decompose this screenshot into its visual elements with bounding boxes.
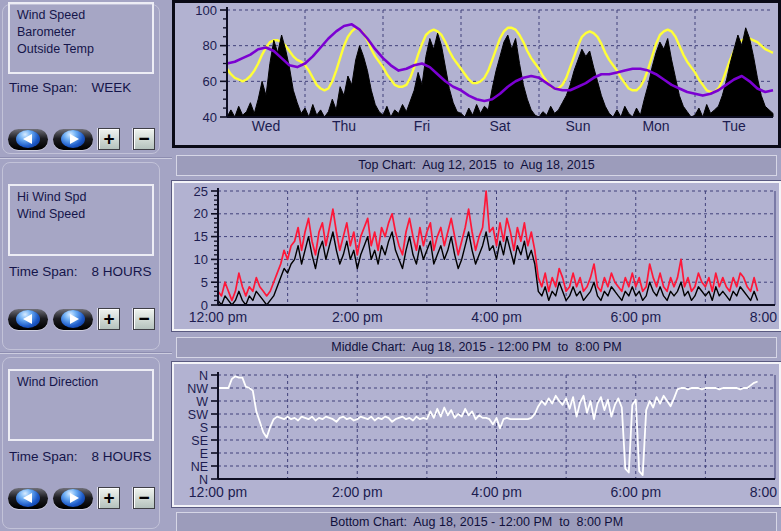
y-tick-label: 100 xyxy=(195,3,217,18)
time-span-label: Time Span: xyxy=(9,264,78,279)
y-tick-label: 25 xyxy=(194,184,208,199)
x-tick-label: 12:00 pm xyxy=(189,484,247,500)
right-arrow-icon xyxy=(61,130,85,148)
x-tick-label: 4:00 pm xyxy=(471,484,522,500)
x-tick-label: 2:00 pm xyxy=(332,309,383,325)
y-tick-label: NW xyxy=(187,382,208,396)
left-arrow-icon xyxy=(16,489,40,507)
panel-top-chart-controls: Wind Speed Barometer Outside Temp Time S… xyxy=(0,0,172,157)
left-arrow-icon xyxy=(16,310,40,328)
y-tick-label: SW xyxy=(188,408,208,422)
x-tick-label: Mon xyxy=(642,118,669,134)
y-tick-label: S xyxy=(200,421,208,435)
scroll-left-button[interactable] xyxy=(8,309,48,330)
list-item-hi-wind-spd[interactable]: Hi Wind Spd xyxy=(10,189,152,206)
zoom-out-button[interactable]: − xyxy=(133,487,155,509)
y-tick-label: 5 xyxy=(201,275,208,290)
x-tick-label: 12:00 pm xyxy=(189,309,247,325)
time-span-value: WEEK xyxy=(92,80,132,95)
y-tick-label: SE xyxy=(191,434,208,448)
bottom-chart: NNWWSWSSEENEN12:00 pm2:00 pm4:00 pm6:00 … xyxy=(172,362,781,507)
x-tick-label: Tue xyxy=(722,118,746,134)
y-tick-label: N xyxy=(199,369,208,383)
panel-middle-chart-controls: Hi Wind Spd Wind Speed Time Span:8 HOURS… xyxy=(0,157,172,353)
x-tick-label: 6:00 pm xyxy=(610,309,661,325)
x-tick-label: Fri xyxy=(414,118,430,134)
time-span-row: Time Span:8 HOURS xyxy=(9,449,152,464)
middle-chart: 252015105012:00 pm2:00 pm4:00 pm6:00 pm8… xyxy=(172,181,781,331)
time-span-row: Time Span:8 HOURS xyxy=(9,264,152,279)
scroll-right-button[interactable] xyxy=(53,488,93,509)
x-tick-label: 4:00 pm xyxy=(471,309,522,325)
left-arrow-icon xyxy=(16,130,40,148)
y-tick-label: W xyxy=(196,395,208,409)
middle-chart-canvas: 252015105012:00 pm2:00 pm4:00 pm6:00 pm8… xyxy=(174,183,779,329)
weather-graphs-window: Wind Speed Barometer Outside Temp Time S… xyxy=(0,0,781,531)
series-wind-direction xyxy=(218,376,758,475)
scroll-right-button[interactable] xyxy=(53,129,93,150)
x-tick-label: 8:00 pm xyxy=(750,309,779,325)
list-item-outside-temp[interactable]: Outside Temp xyxy=(10,41,152,58)
middle-chart-caption: Middle Chart: Aug 18, 2015 - 12:00 PM to… xyxy=(176,337,777,358)
list-item-wind-speed[interactable]: Wind Speed xyxy=(10,206,152,223)
zoom-in-button[interactable]: + xyxy=(98,487,120,509)
y-tick-label: 80 xyxy=(203,38,217,53)
y-tick-label: 10 xyxy=(194,252,208,267)
charts-area: 100806040WedThuFriSatSunMonTue Top Chart… xyxy=(172,0,781,531)
zoom-in-button[interactable]: + xyxy=(98,308,120,330)
time-span-label: Time Span: xyxy=(9,449,78,464)
time-span-value: 8 HOURS xyxy=(92,264,152,279)
top-chart-canvas: 100806040WedThuFriSatSunMonTue xyxy=(175,3,778,145)
y-tick-label: 20 xyxy=(194,206,208,221)
zoom-out-button[interactable]: − xyxy=(133,128,155,150)
middle-chart-buttons: + − xyxy=(8,308,155,330)
y-tick-label: NE xyxy=(191,460,208,474)
y-tick-label: 40 xyxy=(203,110,217,125)
right-arrow-icon xyxy=(61,489,85,507)
x-tick-label: 6:00 pm xyxy=(610,484,661,500)
list-item-barometer[interactable]: Barometer xyxy=(10,24,152,41)
top-chart-buttons: + − xyxy=(8,128,155,150)
right-arrow-icon xyxy=(61,310,85,328)
y-tick-label: 60 xyxy=(203,74,217,89)
time-span-value: 8 HOURS xyxy=(92,449,152,464)
series-hi-wind-spd xyxy=(218,191,758,300)
top-chart: 100806040WedThuFriSatSunMonTue xyxy=(172,0,781,148)
time-span-row: Time Span:WEEK xyxy=(9,80,131,95)
top-chart-caption: Top Chart: Aug 12, 2015 to Aug 18, 2015 xyxy=(176,155,777,176)
list-item-wind-direction[interactable]: Wind Direction xyxy=(10,374,152,391)
bottom-chart-canvas: NNWWSWSSEENEN12:00 pm2:00 pm4:00 pm6:00 … xyxy=(174,364,779,505)
x-tick-label: Thu xyxy=(332,118,356,134)
scroll-left-button[interactable] xyxy=(8,488,48,509)
middle-datasets-listbox[interactable]: Hi Wind Spd Wind Speed xyxy=(8,184,154,256)
sidebar: Wind Speed Barometer Outside Temp Time S… xyxy=(0,0,172,531)
series-wind-speed xyxy=(218,232,758,305)
zoom-out-button[interactable]: − xyxy=(133,308,155,330)
x-tick-label: Wed xyxy=(252,118,281,134)
x-tick-label: Sat xyxy=(489,118,510,134)
scroll-left-button[interactable] xyxy=(8,129,48,150)
bottom-datasets-listbox[interactable]: Wind Direction xyxy=(8,369,154,441)
x-tick-label: 8:00 pm xyxy=(750,484,779,500)
y-tick-label: 15 xyxy=(194,229,208,244)
bottom-chart-caption: Bottom Chart: Aug 18, 2015 - 12:00 PM to… xyxy=(176,512,777,531)
x-tick-label: 2:00 pm xyxy=(332,484,383,500)
scroll-right-button[interactable] xyxy=(53,309,93,330)
y-tick-label: E xyxy=(200,447,208,461)
list-item-wind-speed[interactable]: Wind Speed xyxy=(10,7,152,24)
bottom-chart-buttons: + − xyxy=(8,487,155,509)
zoom-in-button[interactable]: + xyxy=(98,128,120,150)
x-tick-label: Sun xyxy=(566,118,591,134)
top-datasets-listbox[interactable]: Wind Speed Barometer Outside Temp xyxy=(8,2,154,74)
time-span-label: Time Span: xyxy=(9,80,78,95)
panel-bottom-chart-controls: Wind Direction Time Span:8 HOURS + − xyxy=(0,352,172,531)
